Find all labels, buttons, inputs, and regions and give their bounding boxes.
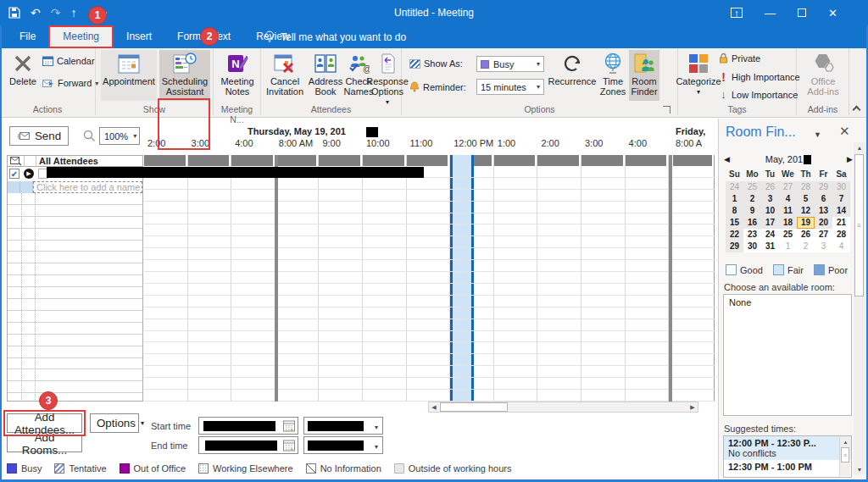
- scroll-up-icon[interactable]: ▲: [854, 142, 865, 152]
- redo-icon[interactable]: ↷: [51, 0, 61, 25]
- delete-button[interactable]: Delete: [5, 50, 41, 87]
- suggested-time-item[interactable]: 12:30 PM - 1:00 PM: [724, 460, 851, 474]
- calendar-day[interactable]: 9: [743, 205, 761, 217]
- calendar-day[interactable]: 10: [761, 205, 779, 217]
- cancel-invitation-button[interactable]: Cancel Invitation: [263, 50, 307, 97]
- start-date-field[interactable]: [198, 417, 298, 435]
- start-time-dropdown-icon[interactable]: ▾: [375, 424, 378, 431]
- high-importance-button[interactable]: ! High Importance: [719, 70, 800, 84]
- grid-hour-column[interactable]: [626, 155, 670, 402]
- calendar-day[interactable]: 29: [726, 241, 743, 252]
- calendar-day[interactable]: 24: [761, 229, 779, 241]
- calendar-day[interactable]: 30: [743, 241, 761, 252]
- add-attendees-button[interactable]: Add Attendees...: [7, 413, 82, 433]
- minimize-button[interactable]: —: [765, 7, 776, 19]
- calendar-day[interactable]: 29: [815, 181, 832, 193]
- grid-hour-column[interactable]: [537, 155, 581, 402]
- options-dialog-launcher-icon[interactable]: [663, 106, 670, 114]
- calendar-day[interactable]: 21: [832, 217, 850, 229]
- ribbon-display-options-icon[interactable]: ↑: [731, 8, 743, 18]
- calendar-day[interactable]: 27: [779, 181, 797, 193]
- calendar-day[interactable]: 3: [761, 193, 779, 205]
- scheduling-assistant-button[interactable]: Scheduling Assistant: [159, 50, 210, 101]
- calendar-day[interactable]: 26: [761, 181, 779, 193]
- calendar-next-icon[interactable]: ▶: [847, 155, 853, 163]
- calendar-day[interactable]: 13: [815, 205, 832, 217]
- calendar-day[interactable]: 7: [832, 193, 850, 205]
- calendar-button[interactable]: Calendar: [42, 56, 95, 66]
- calendar-day[interactable]: 14: [832, 205, 850, 217]
- grid-hour-column[interactable]: [188, 155, 232, 402]
- calendar-day[interactable]: 24: [726, 181, 743, 193]
- categorize-dropdown-icon[interactable]: ▾: [697, 87, 700, 97]
- calendar-day[interactable]: 22: [726, 229, 743, 241]
- calendar-day[interactable]: 28: [797, 181, 815, 193]
- calendar-day[interactable]: 4: [832, 241, 850, 252]
- tab-file[interactable]: File: [7, 25, 48, 48]
- calendar-day[interactable]: 28: [832, 229, 850, 241]
- close-button[interactable]: ✕: [828, 7, 837, 19]
- reminder-dropdown-icon[interactable]: ▾: [537, 83, 540, 91]
- scroll-down-icon[interactable]: ▼: [854, 464, 865, 474]
- grid-hour-column[interactable]: [231, 155, 275, 402]
- calendar-day[interactable]: 25: [779, 229, 797, 241]
- calendar-prev-icon[interactable]: ◀: [724, 155, 730, 163]
- time-zones-button[interactable]: Time Zones: [598, 50, 628, 97]
- calendar-day[interactable]: 30: [832, 181, 850, 193]
- calendar-day[interactable]: 1: [779, 241, 797, 252]
- attendee-checkbox[interactable]: ✔: [9, 169, 19, 179]
- calendar-day[interactable]: 25: [743, 181, 761, 193]
- scroll-right-icon[interactable]: ▶: [687, 402, 698, 412]
- meeting-notes-button[interactable]: N Meeting Notes: [218, 50, 257, 97]
- calendar-day[interactable]: 1: [726, 193, 743, 205]
- suggested-times-scrollbar[interactable]: ▲ ≡: [839, 437, 850, 476]
- response-options-button[interactable]: Response Options ▾: [375, 50, 400, 108]
- panel-scrollbar[interactable]: ▲ ≡ ▼: [854, 142, 865, 474]
- show-as-dropdown-icon[interactable]: ▾: [537, 60, 540, 68]
- reminder-select[interactable]: 15 minutes ▾: [476, 79, 544, 95]
- calendar-day[interactable]: 12: [797, 205, 815, 217]
- add-attendee-name-field[interactable]: Click here to add a name: [33, 181, 142, 193]
- end-date-field[interactable]: [198, 436, 298, 454]
- calendar-day[interactable]: 18: [779, 217, 797, 229]
- attendee-options-button[interactable]: Options ▾: [90, 413, 139, 433]
- date-picker-icon[interactable]: [283, 440, 295, 452]
- grid-hour-column-friday[interactable]: [673, 155, 715, 402]
- appointment-button[interactable]: Appointment: [101, 50, 157, 101]
- calendar-day[interactable]: 4: [779, 193, 797, 205]
- calendar-day[interactable]: 6: [815, 193, 832, 205]
- send-button[interactable]: Send: [9, 126, 69, 146]
- show-as-select[interactable]: Busy ▾: [476, 56, 544, 72]
- attendee-row-new[interactable]: Click here to add a name: [8, 180, 142, 193]
- zoom-select[interactable]: 100% ▾: [99, 127, 140, 145]
- maximize-button[interactable]: [798, 8, 806, 17]
- room-finder-dropdown-icon[interactable]: ▼: [814, 130, 821, 139]
- suggested-times-list[interactable]: ▲ ≡ 12:00 PM - 12:30 P...No conflicts12:…: [723, 435, 852, 478]
- address-book-button[interactable]: Address Book: [309, 50, 342, 97]
- calendar-day[interactable]: 26: [797, 229, 815, 241]
- office-addins-button[interactable]: Office Add-ins: [803, 50, 843, 97]
- calendar-day[interactable]: 8: [726, 205, 743, 217]
- forward-button[interactable]: Forward ▾: [42, 78, 98, 88]
- categorize-button[interactable]: Categorize ▾: [680, 50, 717, 97]
- calendar-day[interactable]: 15: [726, 217, 743, 229]
- grid-hour-column[interactable]: [581, 155, 626, 402]
- tab-meeting[interactable]: Meeting: [48, 25, 114, 48]
- grid-hour-column[interactable]: [275, 155, 320, 402]
- start-time-select[interactable]: ▾: [303, 417, 383, 435]
- calendar-day[interactable]: 11: [779, 205, 797, 217]
- calendar-day[interactable]: 3: [815, 241, 832, 252]
- scrollbar-thumb[interactable]: ≡: [841, 447, 849, 463]
- tell-me-box[interactable]: Tell me what you want to do: [264, 25, 406, 48]
- scroll-left-icon[interactable]: ◀: [429, 402, 439, 412]
- end-time-select[interactable]: ▾: [303, 436, 383, 454]
- selected-time-slot[interactable]: [450, 155, 474, 402]
- private-button[interactable]: Private: [719, 53, 760, 64]
- calendar-day[interactable]: 2: [797, 241, 815, 252]
- grid-hour-column[interactable]: [407, 155, 451, 402]
- date-picker-icon[interactable]: [283, 420, 295, 432]
- calendar-day[interactable]: 16: [743, 217, 761, 229]
- check-names-button[interactable]: @ Check Names: [342, 50, 375, 97]
- save-icon[interactable]: [8, 7, 20, 19]
- scrollbar-thumb[interactable]: ≡: [854, 154, 864, 296]
